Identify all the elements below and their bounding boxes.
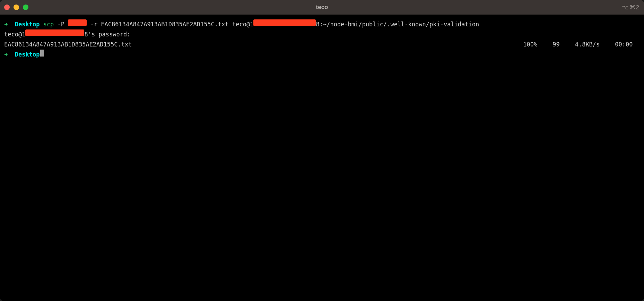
prompt-arrow-icon: ➜	[4, 50, 8, 60]
source-file: EAC86134A847A913AB1D835AE2AD155C.txt	[101, 19, 228, 29]
password-prompt-suffix: 8's password:	[84, 29, 130, 40]
prompt-arrow-icon: ➜	[4, 19, 8, 29]
transfer-percent: 100%	[508, 40, 537, 50]
cursor[interactable]	[40, 50, 44, 57]
command-name: scp	[43, 19, 54, 29]
flag-recursive: -r	[90, 19, 97, 29]
minimize-button[interactable]	[14, 5, 19, 10]
terminal-line-password-prompt: teco@1xx.xxx.xxx.xx8's password:	[4, 29, 640, 40]
close-button[interactable]	[4, 5, 10, 10]
flag-port: -P	[58, 19, 64, 29]
terminal-line-transfer: EAC86134A847A913AB1D835AE2AD155C.txt 100…	[4, 40, 640, 50]
traffic-lights	[4, 5, 28, 10]
transfer-bytes: 99	[537, 40, 559, 50]
dest-user-host-prefix: teco@1	[232, 19, 253, 29]
redacted-ip: xx.xxx.xxx.xx	[25, 29, 84, 36]
transfer-eta: 00:00	[600, 40, 633, 50]
terminal-line-prompt: ➜ Desktop	[4, 50, 640, 60]
dest-path: 8:~/node-bmi/public/.well-known/pki-vali…	[316, 19, 479, 29]
password-prompt-prefix: teco@1	[4, 29, 25, 40]
transfer-filename: EAC86134A847A913AB1D835AE2AD155C.txt	[4, 40, 132, 50]
redacted-ip: xx.xxx.xxx.xx	[253, 19, 316, 26]
window-title: teco	[316, 4, 328, 11]
terminal-area[interactable]: ➜ Desktop scp -P xxxx -r EAC86134A847A91…	[0, 15, 644, 301]
terminal-line-command: ➜ Desktop scp -P xxxx -r EAC86134A847A91…	[4, 19, 640, 29]
window-shortcut-hint: ⌥⌘2	[622, 4, 640, 11]
transfer-rate: 4.8KB/s	[560, 40, 600, 50]
prompt-cwd: Desktop	[15, 50, 40, 60]
prompt-cwd: Desktop	[15, 19, 40, 29]
maximize-button[interactable]	[23, 5, 28, 10]
redacted-port: xxxx	[68, 19, 87, 26]
window-titlebar: teco ⌥⌘2	[0, 0, 644, 15]
